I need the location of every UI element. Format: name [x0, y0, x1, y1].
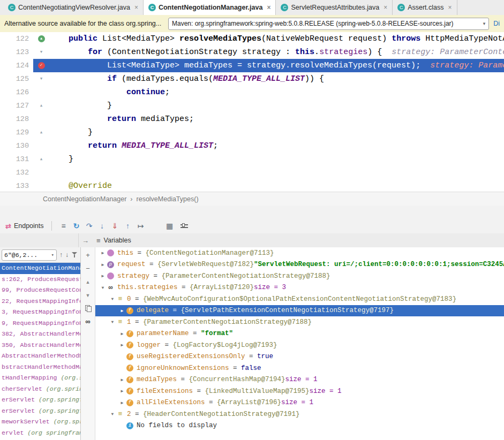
code-text[interactable]: public List<MediaType> resolveMediaTypes…	[49, 32, 504, 45]
variable-row[interactable]: ▼≡0 = {WebMvcAutoConfiguration$OptionalP…	[95, 293, 504, 305]
pin-tab-icon[interactable]: →	[82, 237, 89, 245]
stack-frame[interactable]: ContentNegotiationMana	[0, 263, 80, 274]
expand-chevron-icon[interactable]: ▶	[99, 251, 107, 255]
expand-chevron-icon[interactable]: ▶	[118, 343, 126, 347]
next-frame-icon[interactable]: ↓	[65, 251, 69, 259]
line-number[interactable]: 126	[0, 86, 33, 99]
expand-chevron-icon[interactable]: ▶	[99, 262, 107, 267]
stack-frame[interactable]: 382, AbstractHandlerMeth	[0, 329, 80, 340]
code-editor[interactable]: 122▲ public List<MediaType> resolveMedia…	[0, 32, 504, 192]
breadcrumb-class[interactable]: ContentNegotiationManager	[43, 195, 126, 203]
remove-watch-icon[interactable]: −	[86, 265, 90, 272]
stack-frame[interactable]: 350, AbstractHandlerMetho	[0, 340, 80, 351]
code-text[interactable]: }	[49, 126, 504, 139]
line-number[interactable]: 122	[0, 32, 33, 45]
code-text[interactable]: }	[49, 99, 504, 112]
tab-endpoints[interactable]: ⇄ Endpoints	[3, 222, 46, 230]
variable-row[interactable]: ▶fmediaTypes = {ConcurrentHashMap@7194} …	[95, 374, 504, 386]
variable-row[interactable]: ▶prequest = {ServletWebRequest@7182} "Se…	[95, 259, 504, 271]
force-step-into-icon[interactable]: ⇓	[109, 222, 122, 230]
tab-variables[interactable]: ≡ Variables	[93, 237, 134, 245]
stack-frame[interactable]: erServlet (org.springframe	[0, 406, 80, 417]
code-text[interactable]: if (mediaTypes.equals(MEDIA_TYPE_ALL_LIS…	[49, 72, 504, 86]
line-number[interactable]: 132	[0, 166, 33, 179]
step-over-icon[interactable]: ↷	[83, 222, 96, 230]
file-tab[interactable]: CContentNegotiationManager.java×	[144, 0, 276, 15]
line-number[interactable]: 129	[0, 126, 33, 139]
line-number[interactable]: 123	[0, 45, 33, 59]
move-watch-up-icon[interactable]: ▲	[86, 278, 91, 286]
stack-frame[interactable]: cherServlet (org.springfra	[0, 384, 80, 395]
source-jar-combo[interactable]: Maven: org.springframework:spring-web:5.…	[168, 18, 489, 30]
variable-row[interactable]: ▶flogger = {LogFactory$Log4jLog@7193}	[95, 339, 504, 351]
code-text[interactable]: }	[49, 153, 504, 166]
line-number[interactable]: 131	[0, 153, 33, 166]
variable-row[interactable]: ▶fallFileExtensions = {ArrayList@7196} s…	[95, 397, 504, 409]
menu-icon[interactable]: ≡	[57, 222, 70, 230]
expand-chevron-icon[interactable]: ▶	[99, 274, 107, 278]
file-tab[interactable]: CAssert.class×	[393, 0, 457, 15]
code-text[interactable]: return mediaTypes;	[49, 112, 504, 126]
thread-selector[interactable]: 6"@6,2... ▾	[2, 249, 57, 261]
code-text[interactable]: List<MediaType> mediaTypes = strategy.re…	[49, 59, 504, 72]
breadcrumb-method[interactable]: resolveMediaTypes()	[137, 195, 199, 203]
stack-frame[interactable]: 3, RequestMappingInfoHa	[0, 307, 80, 318]
expand-chevron-icon[interactable]: ▼	[108, 297, 117, 301]
code-text[interactable]: continue;	[49, 86, 504, 99]
disable-link[interactable]: Di	[493, 20, 500, 27]
code-text[interactable]	[49, 166, 504, 179]
stack-frame[interactable]: 22, RequestMappingInfo (	[0, 296, 80, 307]
view-as-table-icon[interactable]: ▦	[163, 222, 176, 230]
stack-frame[interactable]: tHandlerMapping (org.sp	[0, 373, 80, 384]
expand-chevron-icon[interactable]: ▶	[118, 331, 126, 336]
expand-chevron-icon[interactable]: ▶	[118, 400, 126, 405]
close-tab-icon[interactable]: ×	[267, 4, 270, 11]
line-number[interactable]: 127	[0, 99, 33, 112]
duplicate-watch-icon[interactable]	[85, 305, 91, 312]
expand-chevron-icon[interactable]: ▼	[99, 285, 107, 290]
code-text[interactable]: @Override	[49, 179, 504, 192]
line-number[interactable]: 125	[0, 72, 33, 86]
step-out-icon[interactable]: ↑	[122, 222, 134, 230]
add-watch-icon[interactable]: +	[86, 252, 90, 259]
run-to-cursor-icon[interactable]: ↦	[134, 222, 147, 230]
variable-row[interactable]: ▶this = {ContentNegotiationManager@7113}	[95, 247, 504, 259]
variable-row[interactable]: fuseRegisteredExtensionsOnly = true	[95, 351, 504, 363]
expand-chevron-icon[interactable]: ▶	[118, 377, 126, 382]
stack-frame[interactable]: bstractHandlerMethodMa	[0, 362, 80, 373]
variable-row[interactable]: ▼∞this.strategies = {ArrayList@7120} siz…	[95, 282, 504, 294]
variable-row[interactable]: fignoreUnknownExtensions = false	[95, 362, 504, 374]
close-tab-icon[interactable]: ×	[134, 4, 138, 11]
line-number[interactable]: 133	[0, 179, 33, 192]
code-text[interactable]: for (ContentNegotiationStrategy strategy…	[49, 45, 504, 59]
expand-chevron-icon[interactable]: ▶	[118, 389, 126, 393]
variable-row[interactable]: ▶ffileExtensions = {LinkedMultiValueMap@…	[95, 385, 504, 397]
move-watch-down-icon[interactable]: ▼	[86, 292, 91, 299]
line-number[interactable]: 128	[0, 112, 33, 126]
expand-chevron-icon[interactable]: ▶	[118, 308, 126, 313]
rerun-icon[interactable]: ↻	[70, 222, 83, 230]
filter-icon[interactable]	[71, 252, 78, 258]
show-watches-icon[interactable]: ∞	[85, 318, 90, 325]
stack-frame[interactable]: AbstractHandlerMethodM	[0, 351, 80, 362]
line-number[interactable]: 130	[0, 139, 33, 153]
variable-row[interactable]: ▶fparameterName = "format"	[95, 328, 504, 340]
previous-frame-icon[interactable]: ↑	[59, 251, 63, 259]
stack-frame[interactable]: ervlet (org springframewo	[0, 428, 80, 439]
code-text[interactable]: return MEDIA_TYPE_ALL_LIST;	[49, 139, 504, 153]
settings-icon[interactable]	[180, 223, 188, 229]
variable-row[interactable]: iNo fields to display	[95, 420, 504, 432]
variable-row[interactable]: ▶fdelegate = {ServletPathExtensionConten…	[95, 305, 504, 317]
close-tab-icon[interactable]: ×	[383, 4, 387, 11]
expand-chevron-icon[interactable]: ▼	[108, 412, 117, 416]
file-tab[interactable]: CContentNegotiatingViewResolver.java×	[3, 0, 144, 15]
variable-row[interactable]: ▼≡1 = {ParameterContentNegotiationStrate…	[95, 316, 504, 328]
stack-frame[interactable]: meworkServlet (org.sprin	[0, 416, 80, 428]
stack-frame[interactable]: s:262, ProducesRequestCo	[0, 274, 80, 285]
step-into-icon[interactable]: ↓	[96, 222, 109, 230]
close-tab-icon[interactable]: ×	[448, 4, 452, 11]
expand-chevron-icon[interactable]: ▼	[108, 320, 117, 324]
stack-frame[interactable]: 9, RequestMappingInfoHa	[0, 318, 80, 329]
line-number[interactable]: 124	[0, 59, 33, 72]
stack-frame[interactable]: erServlet (org.springfram	[0, 395, 80, 406]
